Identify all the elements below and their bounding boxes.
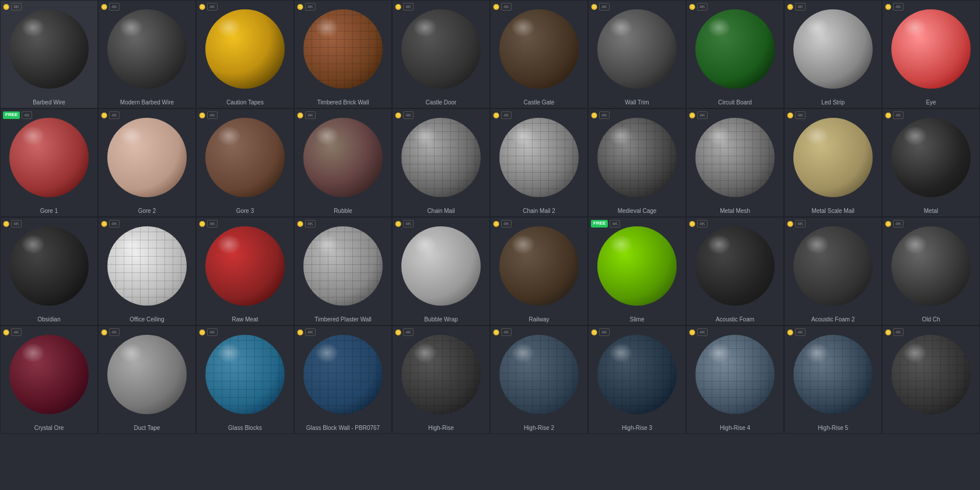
material-item-old-ch[interactable]: 🪙4KOld Ch [882, 217, 980, 326]
material-sphere [303, 226, 383, 306]
material-item-timbered-brick-wall[interactable]: 🪙4KTimbered Brick Wall [294, 0, 392, 108]
material-name: Metal [883, 206, 979, 216]
material-item-caution-tapes[interactable]: 🪙4KCaution Tapes [196, 0, 294, 108]
badge-resolution: 4K [795, 3, 806, 10]
material-item-obsidian[interactable]: 🪙4KObsidian [0, 217, 98, 326]
material-item-crystal-ore[interactable]: 🪙4KCrystal Ore [0, 326, 98, 434]
material-item-high-rise-5[interactable]: 🪙4KHigh-Rise 5 [784, 326, 882, 434]
material-item-acoustic-foam[interactable]: 🪙4KAcoustic Foam [686, 217, 784, 326]
material-item-rubble[interactable]: 🪙4KRubble [294, 108, 392, 217]
material-sphere [597, 226, 677, 306]
sphere-container [491, 1, 587, 97]
material-item-circuit-board[interactable]: 🪙4KCircuit Board [686, 0, 784, 108]
badge-resolution: 4K [109, 220, 120, 228]
paid-icon: 🪙 [591, 4, 597, 10]
material-item-barbed-wire[interactable]: 🪙4KBarbed Wire [0, 0, 98, 108]
paid-icon: 🪙 [885, 4, 891, 10]
badge-resolution: 4K [893, 3, 904, 10]
badge-paid: 🪙 [395, 328, 401, 336]
badge-paid: 🪙 [199, 111, 205, 119]
material-item-modern-barbed-wire[interactable]: 🪙4KModern Barbed Wire [98, 0, 196, 108]
badge-resolution: 4K [207, 220, 218, 228]
material-sphere [695, 9, 775, 89]
material-item-railway[interactable]: 🪙4KRailway [490, 217, 588, 326]
badge-resolution: 4K [697, 111, 708, 119]
material-item-castle-door[interactable]: 🪙4KCastle Door [392, 0, 490, 108]
material-name: Office Ceiling [99, 314, 195, 325]
material-grid: 🪙4KBarbed Wire🪙4KModern Barbed Wire🪙4KCa… [0, 0, 980, 434]
badge-resolution: 4K [501, 328, 512, 336]
material-name [883, 423, 979, 427]
material-name: Timbered Plaster Wall [295, 314, 391, 325]
material-item-glass-blocks[interactable]: 🪙4KGlass Blocks [196, 326, 294, 434]
material-item-high-rise-2[interactable]: 🪙4KHigh-Rise 2 [490, 326, 588, 434]
paid-icon: 🪙 [787, 113, 793, 118]
badge-container: 🪙4K [199, 111, 218, 119]
material-sphere [793, 118, 873, 197]
sphere-container [197, 218, 293, 314]
sphere-container [295, 326, 391, 423]
material-item-placeholder[interactable]: 🪙4K [882, 326, 980, 434]
material-item-office-ceiling[interactable]: 🪙4KOffice Ceiling [98, 217, 196, 326]
badge-container: 🪙4K [885, 111, 904, 119]
material-name: Eye [883, 97, 979, 108]
material-item-gore-2[interactable]: 🪙4KGore 2 [98, 108, 196, 217]
material-sphere [793, 226, 873, 306]
material-item-gore-1[interactable]: FREE4KGore 1 [0, 108, 98, 217]
paid-icon: 🪙 [787, 221, 793, 227]
material-item-duct-tape[interactable]: 🪙4KDuct Tape [98, 326, 196, 434]
paid-icon: 🪙 [787, 330, 793, 335]
material-item-high-rise-4[interactable]: 🪙4KHigh-Rise 4 [686, 326, 784, 434]
material-item-metal[interactable]: 🪙4KMetal [882, 108, 980, 217]
material-item-led-strip[interactable]: 🪙4KLed Strip [784, 0, 882, 108]
badge-container: FREE4K [3, 111, 32, 119]
material-sphere [401, 335, 481, 414]
material-name: Chain Mail 2 [491, 206, 587, 216]
material-item-metal-mesh[interactable]: 🪙4KMetal Mesh [686, 108, 784, 217]
material-item-chain-mail[interactable]: 🪙4KChain Mail [392, 108, 490, 217]
material-item-slime[interactable]: FREE4KSlime [588, 217, 686, 326]
material-sphere [9, 335, 89, 414]
badge-container: 🪙4K [591, 328, 610, 336]
sphere-container [1, 1, 97, 97]
material-item-gore-3[interactable]: 🪙4KGore 3 [196, 108, 294, 217]
material-item-high-rise-3[interactable]: 🪙4KHigh-Rise 3 [588, 326, 686, 434]
sphere-container [785, 1, 881, 97]
material-item-eye[interactable]: 🪙4KEye [882, 0, 980, 108]
badge-container: 🪙4K [101, 111, 120, 119]
material-name: Slime [589, 314, 685, 325]
sphere-container [197, 109, 293, 206]
paid-icon: 🪙 [101, 221, 107, 227]
material-item-raw-meat[interactable]: 🪙4KRaw Meat [196, 217, 294, 326]
material-item-bubble-wrap[interactable]: 🪙4KBubble Wrap [392, 217, 490, 326]
material-item-metal-scale-mail[interactable]: 🪙4KMetal Scale Mail [784, 108, 882, 217]
badge-resolution: 4K [305, 220, 316, 228]
material-sphere [401, 226, 481, 306]
material-name: High-Rise 5 [785, 423, 881, 433]
material-item-high-rise[interactable]: 🪙4KHigh-Rise [392, 326, 490, 434]
sphere-container [393, 218, 489, 314]
material-item-medieval-cage[interactable]: 🪙4KMedieval Cage [588, 108, 686, 217]
badge-resolution: 4K [610, 220, 620, 228]
material-item-castle-gate[interactable]: 🪙4KCastle Gate [490, 0, 588, 108]
badge-resolution: 4K [109, 328, 120, 336]
material-name: Castle Gate [491, 97, 587, 108]
material-sphere [9, 9, 89, 89]
material-item-chain-mail-2[interactable]: 🪙4KChain Mail 2 [490, 108, 588, 217]
material-name: Glass Block Wall - PBR0767 [295, 423, 391, 433]
material-item-glass-block-wall[interactable]: 🪙4KGlass Block Wall - PBR0767 [294, 326, 392, 434]
badge-container: 🪙4K [787, 3, 806, 10]
badge-container: 🪙4K [591, 111, 610, 119]
badge-resolution: 4K [403, 3, 414, 10]
badge-paid: 🪙 [885, 220, 891, 228]
paid-icon: 🪙 [689, 221, 695, 227]
material-sphere [9, 118, 89, 197]
material-item-wall-trim[interactable]: 🪙4KWall Trim [588, 0, 686, 108]
material-name: Acoustic Foam [687, 314, 783, 325]
badge-container: 🪙4K [3, 3, 22, 10]
material-item-timbered-plaster-wall[interactable]: 🪙4KTimbered Plaster Wall [294, 217, 392, 326]
material-item-acoustic-foam-2[interactable]: 🪙4KAcoustic Foam 2 [784, 217, 882, 326]
paid-icon: 🪙 [297, 4, 303, 10]
badge-container: 🪙4K [199, 3, 218, 10]
badge-resolution: 4K [11, 3, 22, 10]
